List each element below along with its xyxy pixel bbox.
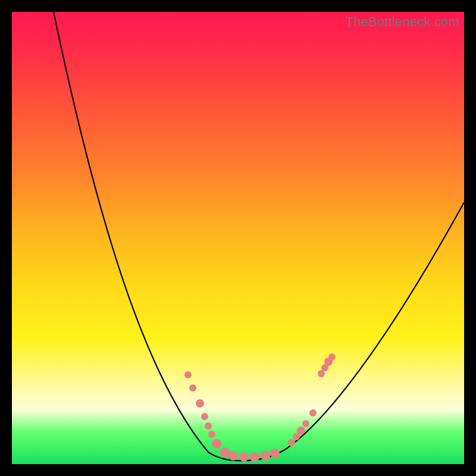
curve-marker	[328, 353, 336, 361]
curve-marker	[261, 451, 270, 461]
chart-frame: TheBottleneck.com	[12, 12, 464, 464]
curve-marker	[250, 452, 259, 462]
curve-marker	[220, 447, 230, 457]
curve-marker	[228, 451, 238, 461]
curve-marker	[288, 439, 295, 446]
curve-marker	[212, 439, 221, 449]
curve-marker	[309, 409, 317, 416]
curve-markers	[184, 353, 336, 462]
curve-marker	[205, 422, 212, 430]
curve-marker	[184, 371, 192, 378]
curve-marker	[201, 413, 208, 420]
curve-marker	[318, 370, 325, 377]
curve-marker	[208, 431, 215, 438]
curve-marker	[196, 399, 204, 408]
curve-marker	[239, 452, 249, 462]
curve-marker	[302, 420, 309, 427]
bottleneck-chart-svg	[12, 12, 464, 464]
bottleneck-curve	[54, 12, 464, 461]
curve-marker	[189, 384, 196, 392]
watermark-text: TheBottleneck.com	[345, 14, 459, 30]
curve-marker	[297, 427, 305, 435]
curve-marker	[270, 449, 280, 458]
